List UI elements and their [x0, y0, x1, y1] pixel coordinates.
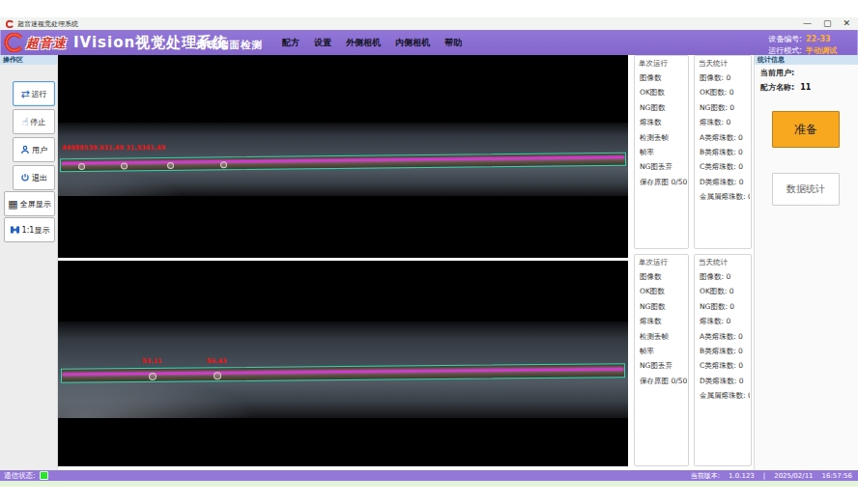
user-button[interactable]: 用户: [13, 137, 55, 162]
stat-row: B类熔珠数: 0: [700, 145, 750, 159]
groupbox-title: 单次运行: [639, 258, 668, 267]
menu-item-outer-camera[interactable]: 外侧相机: [346, 37, 381, 49]
user-button-label: 用户: [32, 145, 47, 155]
recipe-name-row: 配方名称:11: [760, 82, 811, 93]
one-to-one-button[interactable]: 1:1显示: [4, 217, 55, 242]
stat-row: A类熔珠数: 0: [700, 329, 750, 344]
version-label: 当前版本:: [691, 471, 720, 481]
recipe-name-value: 11: [800, 83, 811, 92]
stat-row: 熔珠数: 0: [700, 115, 750, 129]
run-button[interactable]: ⇄ 运行: [13, 81, 55, 106]
current-user-label: 当前用户:: [760, 68, 794, 78]
comm-status-indicator: [40, 471, 48, 480]
stat-row: 保存原图 0/500: [640, 175, 687, 189]
stat-row: D类熔珠数: 0: [700, 374, 750, 388]
operation-sidebar: 操作区 ⇄ 运行 ☝ 停止 用户 退出 ▦: [0, 55, 58, 470]
stat-row: D类熔珠数: 0: [700, 175, 750, 189]
menu-item-recipe[interactable]: 配方: [282, 37, 300, 49]
window-bottom-edge: [0, 481, 858, 487]
loop-arrows-icon: ⇄: [20, 89, 29, 99]
groupbox-title: 当天统计: [699, 258, 728, 267]
stat-row: 金属屑熔珠数: 0: [700, 189, 750, 204]
defect-ring: [167, 162, 174, 169]
fullscreen-button[interactable]: ▦ 全屏显示: [4, 191, 55, 216]
today-stats-top: 当天统计 图像数: 0 OK图数: 0 NG图数: 0 熔珠数: 0 A类熔珠数…: [694, 55, 752, 249]
measurement-label: 56.43: [207, 357, 227, 365]
stat-row: 检测丢帧: [640, 130, 687, 145]
comm-status-label: 通信状态:: [4, 471, 36, 481]
status-separator: |: [763, 472, 765, 480]
window-title: 超音速视觉处理系统: [17, 19, 803, 29]
menu-item-help[interactable]: 帮助: [444, 37, 462, 49]
stat-row: 图像数: [640, 269, 687, 284]
stat-row: B类熔珠数: 0: [700, 344, 750, 358]
stat-row: A类熔珠数: 0: [700, 130, 750, 145]
groupbox-title: 当天统计: [699, 59, 728, 69]
version-value: 1.0.123: [729, 472, 755, 480]
stat-row: 图像数: 0: [700, 70, 750, 85]
close-button[interactable]: ✕: [843, 17, 850, 30]
defect-ring: [220, 161, 227, 168]
main-menu: 配方 设置 外侧相机 内侧相机 帮助: [282, 30, 462, 55]
camera-view-top: 44988539.931.49 31.5341.49: [58, 55, 628, 258]
data-statistics-button[interactable]: 数据统计: [772, 173, 840, 206]
measurement-annotation: 44988539.931.49 31.5341.49: [62, 144, 165, 152]
stat-row: OK图数: 0: [700, 85, 750, 99]
stat-row: 保存原图 0/500: [640, 374, 687, 388]
app-subtitle: 熔珠端面检测: [196, 39, 263, 52]
recipe-name-label: 配方名称:: [760, 83, 794, 92]
hand-icon: ☝: [22, 117, 29, 127]
stop-button[interactable]: ☝ 停止: [13, 109, 55, 134]
run-mode-label: 运行模式:: [768, 46, 802, 55]
stat-row: 图像数: [640, 70, 687, 85]
brand-swoosh-icon: [4, 33, 23, 52]
menu-item-inner-camera[interactable]: 内侧相机: [395, 37, 430, 49]
prepare-button[interactable]: 准备: [772, 111, 840, 148]
stat-row: 熔珠数: [640, 115, 687, 129]
camera-view-bottom: 53.11 56.43: [58, 261, 628, 466]
app-logo-icon: [6, 20, 14, 28]
maximize-button[interactable]: ▢: [823, 17, 832, 30]
menu-item-settings[interactable]: 设置: [314, 37, 331, 49]
sidebar-title: 操作区: [0, 55, 57, 65]
stat-row: C类熔珠数: 0: [700, 358, 750, 373]
header-device-info: 设备编号:22-33 运行模式:手动调试: [768, 31, 852, 54]
defect-ring: [121, 162, 128, 169]
status-time: 16:57:56: [822, 472, 852, 480]
groupbox-title: 单次运行: [639, 59, 668, 69]
today-stats-bottom: 当天统计 图像数: 0 OK图数: 0 NG图数: 0 熔珠数: 0 A类熔珠数…: [694, 254, 752, 466]
stat-row: 熔珠数: [640, 314, 687, 328]
centerline-overlay: [63, 368, 623, 376]
app-window: 超音速视觉处理系统 — ▢ ✕ 超音速 IVision视觉处理系统 熔珠端面检测…: [0, 0, 858, 504]
stat-row: NG图数: [640, 100, 687, 115]
stat-row: 检测丢帧: [640, 329, 687, 344]
stat-row: OK图数: [640, 284, 687, 298]
run-button-label: 运行: [32, 89, 47, 99]
status-date: 2025/02/11: [774, 472, 813, 480]
statistics-info-panel: 统计信息 当前用户: 配方名称:11 准备 数据统计: [754, 55, 858, 470]
power-icon: [20, 173, 30, 182]
exit-button[interactable]: 退出: [13, 165, 55, 190]
stat-row: OK图数: 0: [700, 284, 750, 298]
centerline-overlay: [62, 156, 624, 164]
stat-row: NG图丢弃: [640, 159, 687, 174]
fullscreen-button-label: 全屏显示: [20, 199, 51, 210]
stat-row: NG图数: 0: [700, 299, 750, 314]
defect-ring: [78, 163, 85, 170]
stat-row: C类熔珠数: 0: [700, 159, 750, 174]
app-header: 超音速 IVision视觉处理系统 熔珠端面检测 配方 设置 外侧相机 内侧相机…: [0, 30, 858, 55]
stat-row: 帧率: [640, 344, 687, 358]
stat-row: NG图丢弃: [640, 358, 687, 373]
single-run-stats-top: 单次运行 图像数 OK图数 NG图数 熔珠数 检测丢帧 帧率 NG图丢弃 保存原…: [634, 55, 689, 249]
stats-info-title: 统计信息: [755, 55, 858, 65]
window-titlebar: 超音速视觉处理系统 — ▢ ✕: [0, 17, 858, 30]
minimize-button[interactable]: —: [803, 17, 812, 30]
brand-logo-text: 超音速: [26, 35, 67, 52]
stat-row: NG图数: 0: [700, 100, 750, 115]
stat-row: 金属屑熔珠数: 0: [700, 388, 750, 403]
exit-button-label: 退出: [32, 173, 47, 183]
stat-row: 图像数: 0: [700, 269, 750, 284]
one-to-one-button-label: 1:1显示: [22, 225, 50, 236]
defect-ring: [149, 373, 157, 380]
defect-ring: [214, 372, 221, 379]
